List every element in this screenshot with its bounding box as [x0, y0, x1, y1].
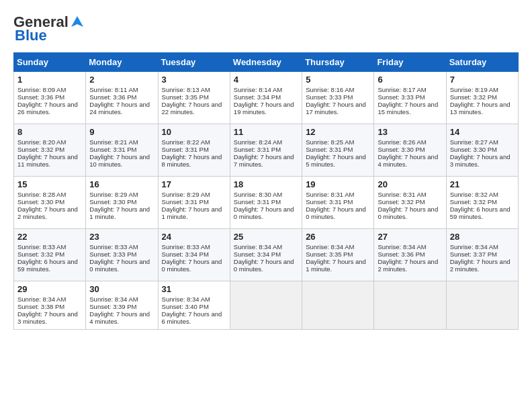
- sunset-label: Sunset: 3:31 PM: [162, 198, 209, 205]
- sunset-label: Sunset: 3:39 PM: [89, 303, 136, 310]
- daylight-label: Daylight: 7 hours and 15 minutes.: [378, 101, 438, 116]
- day-number: 19: [306, 179, 370, 189]
- daylight-label: Daylight: 7 hours and 2 minutes.: [17, 205, 78, 220]
- sunrise-label: Sunrise: 8:28 AM: [17, 191, 66, 198]
- daylight-label: Daylight: 6 hours and 59 minutes.: [450, 205, 511, 220]
- day-number: 14: [450, 127, 515, 137]
- calendar-cell: 6 Sunrise: 8:17 AM Sunset: 3:33 PM Dayli…: [374, 72, 446, 124]
- daylight-label: Daylight: 7 hours and 1 minute.: [89, 205, 150, 220]
- sunrise-label: Sunrise: 8:34 AM: [17, 295, 66, 303]
- sunrise-label: Sunrise: 8:33 AM: [17, 243, 66, 250]
- calendar-header-row: SundayMondayTuesdayWednesdayThursdayFrid…: [14, 53, 519, 72]
- daylight-label: Daylight: 7 hours and 11 minutes.: [17, 153, 78, 168]
- day-number: 30: [89, 284, 154, 294]
- calendar-week-1: 1 Sunrise: 8:09 AM Sunset: 3:36 PM Dayli…: [14, 72, 519, 124]
- sunrise-label: Sunrise: 8:16 AM: [306, 86, 354, 93]
- calendar-cell: 11 Sunrise: 8:24 AM Sunset: 3:31 PM Dayl…: [230, 124, 302, 177]
- day-number: 21: [450, 179, 515, 189]
- daylight-label: Daylight: 7 hours and 19 minutes.: [234, 101, 294, 116]
- header-friday: Friday: [374, 53, 446, 72]
- sunset-label: Sunset: 3:33 PM: [306, 93, 353, 101]
- daylight-label: Daylight: 7 hours and 0 minutes.: [234, 205, 294, 220]
- calendar-week-5: 29 Sunrise: 8:34 AM Sunset: 3:38 PM Dayl…: [14, 281, 519, 330]
- page: General Blue SundayMondayTuesdayWednesda…: [0, 0, 532, 336]
- calendar-cell: 21 Sunrise: 8:32 AM Sunset: 3:32 PM Dayl…: [446, 177, 518, 229]
- calendar-cell: 16 Sunrise: 8:29 AM Sunset: 3:30 PM Dayl…: [86, 177, 158, 229]
- sunset-label: Sunset: 3:36 PM: [17, 93, 64, 101]
- calendar-cell: 4 Sunrise: 8:14 AM Sunset: 3:34 PM Dayli…: [230, 72, 302, 124]
- calendar-cell: 25 Sunrise: 8:34 AM Sunset: 3:34 PM Dayl…: [230, 229, 302, 281]
- header-thursday: Thursday: [302, 53, 374, 72]
- calendar-cell: 17 Sunrise: 8:29 AM Sunset: 3:31 PM Dayl…: [158, 177, 230, 229]
- calendar-cell: 26 Sunrise: 8:34 AM Sunset: 3:35 PM Dayl…: [302, 229, 374, 281]
- daylight-label: Daylight: 6 hours and 59 minutes.: [17, 258, 78, 273]
- daylight-label: Daylight: 7 hours and 2 minutes.: [378, 258, 438, 273]
- sunrise-label: Sunrise: 8:27 AM: [450, 138, 498, 146]
- daylight-label: Daylight: 7 hours and 22 minutes.: [162, 101, 222, 116]
- daylight-label: Daylight: 7 hours and 10 minutes.: [89, 153, 150, 168]
- sunset-label: Sunset: 3:36 PM: [378, 250, 425, 258]
- sunrise-label: Sunrise: 8:29 AM: [89, 191, 138, 198]
- sunset-label: Sunset: 3:31 PM: [234, 146, 281, 153]
- calendar-cell: [374, 281, 446, 330]
- calendar-cell: 15 Sunrise: 8:28 AM Sunset: 3:30 PM Dayl…: [14, 177, 86, 229]
- sunrise-label: Sunrise: 8:25 AM: [306, 138, 354, 146]
- calendar-cell: 28 Sunrise: 8:34 AM Sunset: 3:37 PM Dayl…: [446, 229, 518, 281]
- sunrise-label: Sunrise: 8:26 AM: [378, 138, 426, 146]
- sunset-label: Sunset: 3:34 PM: [162, 250, 209, 258]
- calendar-cell: 29 Sunrise: 8:34 AM Sunset: 3:38 PM Dayl…: [14, 281, 86, 330]
- daylight-label: Daylight: 7 hours and 4 minutes.: [378, 153, 438, 168]
- header-monday: Monday: [86, 53, 158, 72]
- sunrise-label: Sunrise: 8:31 AM: [378, 191, 426, 198]
- calendar-cell: 23 Sunrise: 8:33 AM Sunset: 3:33 PM Dayl…: [86, 229, 158, 281]
- calendar-cell: 12 Sunrise: 8:25 AM Sunset: 3:31 PM Dayl…: [302, 124, 374, 177]
- logo-blue: Blue: [15, 27, 47, 44]
- sunrise-label: Sunrise: 8:17 AM: [378, 86, 426, 93]
- daylight-label: Daylight: 7 hours and 24 minutes.: [89, 101, 150, 116]
- sunrise-label: Sunrise: 8:09 AM: [17, 86, 66, 93]
- sunset-label: Sunset: 3:33 PM: [378, 93, 425, 101]
- calendar-cell: 19 Sunrise: 8:31 AM Sunset: 3:31 PM Dayl…: [302, 177, 374, 229]
- day-number: 9: [89, 127, 154, 137]
- day-number: 12: [306, 127, 370, 137]
- day-number: 22: [17, 232, 82, 242]
- sunset-label: Sunset: 3:34 PM: [234, 93, 281, 101]
- daylight-label: Daylight: 7 hours and 5 minutes.: [306, 153, 366, 168]
- sunset-label: Sunset: 3:30 PM: [450, 146, 497, 153]
- sunset-label: Sunset: 3:31 PM: [162, 146, 209, 153]
- calendar-week-4: 22 Sunrise: 8:33 AM Sunset: 3:32 PM Dayl…: [14, 229, 519, 281]
- sunset-label: Sunset: 3:31 PM: [306, 146, 353, 153]
- daylight-label: Daylight: 7 hours and 17 minutes.: [306, 101, 366, 116]
- day-number: 10: [162, 127, 226, 137]
- sunrise-label: Sunrise: 8:13 AM: [162, 86, 210, 93]
- calendar-cell: 5 Sunrise: 8:16 AM Sunset: 3:33 PM Dayli…: [302, 72, 374, 124]
- daylight-label: Daylight: 7 hours and 8 minutes.: [162, 153, 222, 168]
- svg-marker-0: [71, 16, 83, 27]
- sunset-label: Sunset: 3:40 PM: [162, 303, 209, 310]
- day-number: 31: [162, 284, 226, 294]
- calendar-cell: 20 Sunrise: 8:31 AM Sunset: 3:32 PM Dayl…: [374, 177, 446, 229]
- calendar-cell: 1 Sunrise: 8:09 AM Sunset: 3:36 PM Dayli…: [14, 72, 86, 124]
- sunset-label: Sunset: 3:37 PM: [450, 250, 497, 258]
- calendar-table: SundayMondayTuesdayWednesdayThursdayFrid…: [13, 52, 519, 330]
- day-number: 26: [306, 232, 370, 242]
- header-wednesday: Wednesday: [230, 53, 302, 72]
- daylight-label: Daylight: 7 hours and 1 minute.: [306, 258, 366, 273]
- calendar-cell: 9 Sunrise: 8:21 AM Sunset: 3:31 PM Dayli…: [86, 124, 158, 177]
- day-number: 23: [89, 232, 154, 242]
- day-number: 17: [162, 179, 226, 189]
- day-number: 5: [306, 75, 370, 85]
- header-tuesday: Tuesday: [158, 53, 230, 72]
- calendar-week-2: 8 Sunrise: 8:20 AM Sunset: 3:32 PM Dayli…: [14, 124, 519, 177]
- daylight-label: Daylight: 7 hours and 0 minutes.: [234, 258, 294, 273]
- sunrise-label: Sunrise: 8:34 AM: [162, 295, 210, 303]
- calendar-cell: [230, 281, 302, 330]
- sunrise-label: Sunrise: 8:34 AM: [378, 243, 426, 250]
- day-number: 27: [378, 232, 442, 242]
- sunrise-label: Sunrise: 8:33 AM: [162, 243, 210, 250]
- sunset-label: Sunset: 3:30 PM: [17, 198, 64, 205]
- day-number: 20: [378, 179, 442, 189]
- day-number: 4: [234, 75, 298, 85]
- daylight-label: Daylight: 7 hours and 0 minutes.: [306, 205, 366, 220]
- daylight-label: Daylight: 7 hours and 7 minutes.: [234, 153, 294, 168]
